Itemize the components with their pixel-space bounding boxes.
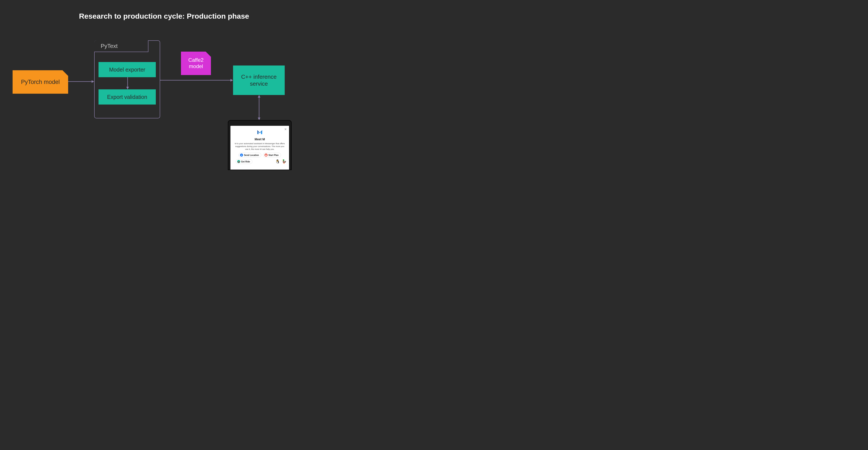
arrow-exporter-to-validation (125, 77, 130, 89)
pytorch-model-label: PyTorch model (21, 79, 60, 86)
phone-card-description: M is your automated assistant in Messeng… (235, 142, 285, 151)
chip-start-plan[interactable]: ▦ Start Plan (263, 153, 281, 157)
svg-marker-7 (258, 95, 260, 98)
m-logo-icon (256, 129, 263, 135)
pytorch-model-node: PyTorch model (12, 70, 68, 94)
phone-mockup: ✕ Meet M M is your automated assistant i… (228, 120, 292, 170)
model-exporter-node: Model exporter (98, 62, 156, 77)
arrow-pytorch-to-pytext (68, 79, 94, 84)
chip-get-ride-label: Get Ride (241, 160, 250, 163)
arrow-pytext-to-cpp (160, 78, 233, 83)
chip-get-ride[interactable]: 🚗 Get Ride (236, 159, 252, 164)
chip-row-1: ➤ Send Location ▦ Start Plan (233, 153, 286, 157)
sticker-1-icon: 🐧 (275, 159, 280, 164)
diagram-title: Research to production cycle: Production… (0, 12, 328, 21)
chip-send-location[interactable]: ➤ Send Location (239, 153, 261, 157)
calendar-icon: ▦ (265, 154, 268, 157)
svg-marker-3 (126, 87, 129, 89)
chip-row-2: 🚗 Get Ride 🐧 🦆 (233, 159, 286, 164)
phone-card-title: Meet M (233, 137, 286, 141)
pytext-tab-label: PyText (94, 40, 148, 52)
model-exporter-label: Model exporter (109, 67, 145, 73)
sticker-2-icon: 🦆 (282, 159, 286, 164)
cpp-inference-label: C++ inference service (241, 73, 276, 87)
caffe2-model-label: Caffe2 model (188, 57, 204, 70)
arrow-cpp-to-phone (257, 95, 261, 120)
location-icon: ➤ (240, 154, 243, 157)
phone-screen: ✕ Meet M M is your automated assistant i… (230, 126, 289, 169)
caffe2-model-node: Caffe2 model (181, 52, 211, 75)
chip-start-plan-label: Start Plan (269, 154, 279, 156)
svg-marker-1 (92, 80, 94, 83)
export-validation-node: Export validation (98, 89, 156, 104)
car-icon: 🚗 (237, 160, 240, 163)
cpp-inference-node: C++ inference service (233, 65, 285, 95)
svg-marker-5 (230, 79, 233, 82)
chip-send-location-label: Send Location (244, 154, 259, 156)
svg-marker-8 (258, 118, 260, 120)
export-validation-label: Export validation (107, 94, 147, 100)
close-icon[interactable]: ✕ (284, 128, 287, 131)
